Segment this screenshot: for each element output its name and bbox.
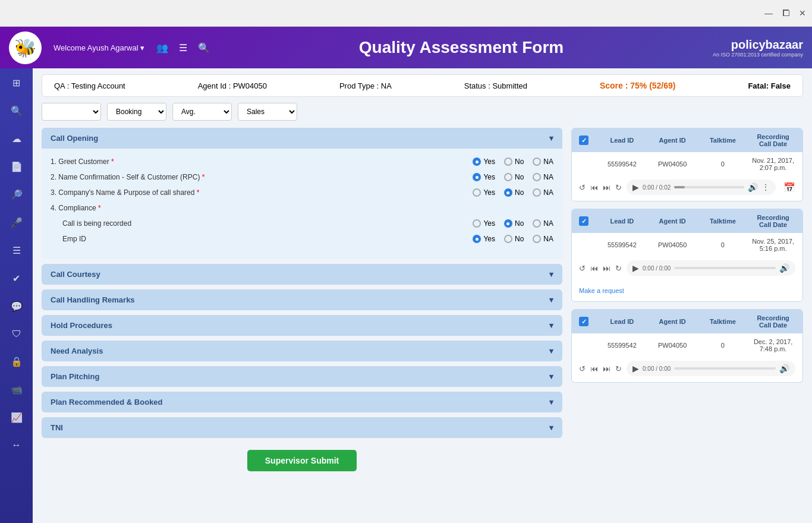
filter-select-4[interactable]: Sales: [238, 103, 297, 121]
page-title: Quality Assessment Form: [210, 38, 713, 57]
rec2-play-btn[interactable]: ▶: [632, 263, 639, 273]
q1-yes[interactable]: Yes: [473, 157, 495, 166]
q2-no[interactable]: No: [504, 173, 524, 181]
top-header: 🐝 Welcome Ayush Agarwal ▾ 👥 ☰ 🔍 Quality …: [0, 27, 812, 68]
rec2-volume-icon[interactable]: 🔊: [779, 263, 789, 273]
col-call-date-2: Recording Call Date: [751, 214, 795, 228]
sidebar-shield-icon[interactable]: 🛡: [9, 326, 24, 342]
make-request-link[interactable]: Make a request: [579, 287, 624, 294]
q3-no[interactable]: No: [504, 188, 524, 197]
sidebar-menu-icon[interactable]: ☰: [10, 242, 24, 259]
rec1-more-icon[interactable]: ⋮: [761, 182, 770, 192]
q3-no-circle: [504, 188, 512, 197]
search-icon[interactable]: 🔍: [198, 42, 210, 53]
q2-yes[interactable]: Yes: [473, 173, 495, 181]
recorded-na[interactable]: NA: [533, 219, 553, 228]
empid-no[interactable]: No: [504, 235, 524, 243]
rec2-checkbox[interactable]: [579, 216, 588, 226]
close-button[interactable]: ✕: [799, 8, 806, 18]
q4-required: *: [98, 204, 101, 212]
hold-procedures-header[interactable]: Hold Procedures ▾: [42, 315, 562, 336]
logo-right: policybazaar An ISO 27001:2013 certified…: [713, 38, 803, 58]
supervisor-submit-button[interactable]: Supervisor Submit: [247, 450, 357, 471]
rec2-progress-bar[interactable]: [674, 267, 776, 269]
rec1-back-btn[interactable]: ↺: [579, 183, 586, 192]
rec1-play-btn[interactable]: ▶: [632, 182, 639, 192]
rec2-time: 0:00 / 0:00: [643, 265, 671, 272]
make-request-2: Make a request: [572, 282, 802, 301]
rec2-repeat-btn[interactable]: ↻: [615, 264, 622, 273]
q1-na[interactable]: NA: [533, 157, 553, 166]
section-tni: TNI ▾: [42, 417, 562, 438]
sidebar-cloud-icon[interactable]: ☁: [9, 130, 24, 147]
need-analysis-header[interactable]: Need Analysis ▾: [42, 341, 562, 361]
welcome-text[interactable]: Welcome Ayush Agarwal ▾: [53, 43, 144, 52]
tni-header[interactable]: TNI ▾: [42, 417, 562, 438]
filter-select-2[interactable]: Booking: [107, 103, 166, 121]
filter-select-3[interactable]: Avg.: [172, 103, 232, 121]
rec1-fwd-btn[interactable]: ⏭: [603, 183, 610, 192]
minimize-button[interactable]: —: [764, 8, 773, 18]
q3-na[interactable]: NA: [533, 188, 553, 197]
rec2-back-btn[interactable]: ↺: [579, 264, 586, 273]
rec1-calendar-icon[interactable]: 📅: [783, 182, 795, 193]
list-icon[interactable]: ☰: [179, 42, 187, 53]
empid-yes[interactable]: Yes: [473, 235, 495, 243]
call-handling-header[interactable]: Call Handling Remarks ▾: [42, 289, 562, 310]
rec2-agent-id: PW04050: [650, 241, 695, 248]
filter-select-1[interactable]: [42, 103, 101, 121]
recording-data-2: 55599542 PW04050 0 Nov. 25, 2017, 5:16 p…: [572, 233, 802, 257]
rec1-progress-bar[interactable]: [674, 186, 744, 188]
rec3-prev-btn[interactable]: ⏮: [590, 364, 598, 373]
rec1-lead-id: 55599542: [600, 160, 644, 168]
rec1-repeat-btn[interactable]: ↻: [615, 183, 622, 192]
q1-no-circle: [504, 157, 512, 166]
rec1-prev-btn[interactable]: ⏮: [590, 183, 598, 192]
people-icon[interactable]: 👥: [156, 42, 168, 53]
rec3-play-btn[interactable]: ▶: [632, 364, 639, 373]
sidebar-mic-icon[interactable]: 🎤: [8, 214, 26, 231]
recorded-no[interactable]: No: [504, 219, 524, 228]
content-area: QA : Testing Account Agent Id : PW04050 …: [33, 68, 812, 523]
call-opening-title: Call Opening: [51, 134, 98, 143]
q1-radio-group: Yes No NA: [473, 157, 553, 166]
col-lead-id-3: Lead ID: [600, 318, 644, 325]
sidebar-transfer-icon[interactable]: ↔: [9, 437, 24, 453]
rec3-checkbox[interactable]: [579, 317, 588, 326]
sidebar-video-icon[interactable]: 📹: [8, 381, 26, 398]
q1-no[interactable]: No: [504, 157, 524, 166]
q3-yes[interactable]: Yes: [473, 188, 495, 197]
rec3-fwd-btn[interactable]: ⏭: [603, 364, 610, 373]
maximize-button[interactable]: ⧠: [782, 8, 790, 18]
plan-recommended-header[interactable]: Plan Recommended & Booked ▾: [42, 392, 562, 412]
hold-procedures-title: Hold Procedures: [51, 321, 112, 330]
rec2-fwd-btn[interactable]: ⏭: [603, 264, 610, 273]
rec1-checkbox[interactable]: [579, 136, 588, 145]
sidebar-search-icon[interactable]: 🔍: [8, 102, 26, 119]
col-agent-id-3: Agent ID: [650, 318, 695, 325]
sidebar-doc-icon[interactable]: 📄: [8, 158, 26, 175]
sidebar-grid-icon[interactable]: ⊞: [10, 74, 23, 92]
empid-no-circle: [504, 235, 512, 243]
sidebar-check-icon[interactable]: ✔: [10, 270, 23, 287]
sidebar-chart-icon[interactable]: 📈: [8, 409, 26, 426]
call-opening-header[interactable]: Call Opening ▾: [42, 128, 562, 149]
rec1-volume-icon[interactable]: 🔊: [748, 182, 758, 192]
plan-pitching-header[interactable]: Plan Pitching ▾: [42, 366, 562, 387]
q2-no-circle: [504, 173, 512, 181]
sidebar-chat-icon[interactable]: 💬: [8, 298, 26, 315]
sidebar-lock-icon[interactable]: 🔒: [8, 353, 26, 370]
rec2-prev-btn[interactable]: ⏮: [590, 264, 598, 273]
col-call-date-1: Recording Call Date: [751, 133, 795, 147]
rec3-volume-icon[interactable]: 🔊: [779, 364, 789, 373]
rec3-repeat-btn[interactable]: ↻: [615, 364, 622, 373]
recorded-na-circle: [533, 219, 541, 228]
recorded-yes[interactable]: Yes: [473, 219, 495, 228]
plan-recommended-title: Plan Recommended & Booked: [51, 398, 163, 407]
rec3-progress-bar[interactable]: [674, 367, 776, 370]
rec3-back-btn[interactable]: ↺: [579, 364, 586, 373]
sidebar-zoom-icon[interactable]: 🔎: [8, 186, 26, 203]
empid-na[interactable]: NA: [533, 235, 553, 243]
q2-na[interactable]: NA: [533, 173, 553, 181]
call-courtesy-header[interactable]: Call Courtesy ▾: [42, 264, 562, 285]
